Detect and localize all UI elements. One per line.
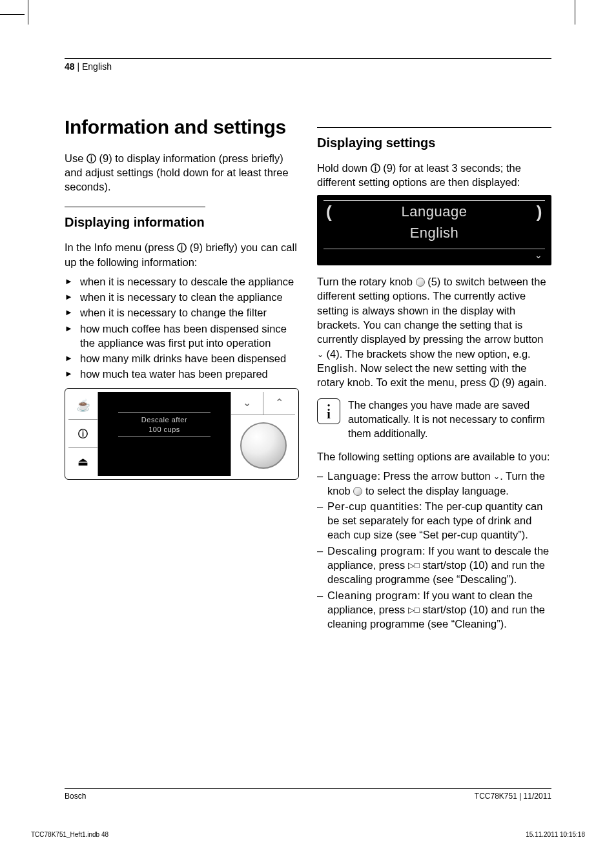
section-heading: Displaying information (65, 214, 299, 231)
chevron-up-icon: ⌃ (263, 392, 295, 415)
info-box-icon: i (317, 398, 340, 424)
option-name: Language (327, 470, 377, 482)
section-lead: Hold down ⓘ (9) for at least 3 seconds; … (317, 161, 551, 190)
options-lead: The following setting options are availa… (317, 449, 551, 464)
triangle-bullet-icon: ► (65, 290, 80, 303)
dash-bullet: – (317, 469, 327, 483)
page-number: 48 (65, 61, 75, 72)
knob-icon (416, 278, 425, 287)
info-icon: ⓘ (489, 377, 499, 388)
section-heading: Displaying settings (317, 134, 551, 152)
bracket-left-icon: ( (326, 201, 332, 223)
page-lang: English (82, 61, 112, 72)
triangle-bullet-icon: ► (65, 274, 80, 287)
list-item: Cleaning program: If you want to clean t… (327, 588, 551, 631)
info-list: ►when it is necessary to descale the app… (65, 274, 299, 382)
print-footer: TCC78K751_Heft1.indb 48 15.11.2011 10:15… (31, 831, 585, 838)
chevron-down-icon: ⌄ (535, 249, 543, 261)
chevron-down-icon: ⌄ (317, 349, 323, 360)
page-header: 48 | English (65, 61, 551, 76)
dash-bullet: – (317, 588, 327, 602)
start-stop-icon: ▷□ (408, 560, 420, 570)
section-rule (65, 207, 205, 207)
list-item: when it is necessary to clean the applia… (80, 290, 299, 304)
eject-icon: ⏏ (68, 448, 98, 476)
list-item: when it is necessary to change the filte… (80, 305, 299, 320)
list-item: when it is necessary to descale the appl… (80, 274, 299, 289)
triangle-bullet-icon: ► (65, 322, 80, 334)
lcd-title: Language (402, 202, 467, 221)
page-footer: Bosch TCC78K751 | 11/2011 (65, 788, 551, 801)
triangle-bullet-icon: ► (65, 305, 80, 318)
options-list: –Language: Press the arrow button ⌄. Tur… (317, 469, 551, 631)
info-icon: ⓘ (371, 163, 380, 174)
page-content: 48 | English Information and settings Us… (65, 58, 551, 786)
list-item: how much coffee has been dispensed since… (80, 322, 299, 351)
option-name: Descaling program (327, 545, 422, 557)
option-name: Cleaning program (327, 590, 417, 601)
intro-text: Use ⓘ (9) to display information (press … (65, 151, 299, 194)
footer-right: TCC78K751 | 11/2011 (475, 792, 551, 801)
footer-left: Bosch (65, 792, 86, 801)
crop-mark (0, 14, 25, 15)
left-column: Information and settings Use ⓘ (9) to di… (65, 114, 299, 632)
section-lead: In the Info menu (press ⓘ (9) briefly) y… (65, 240, 299, 269)
info-icon: ⓘ (177, 242, 187, 253)
list-item: Per-cup quantities: The per-cup quantity… (327, 499, 551, 542)
list-item: how much tea water has been prepared (80, 367, 299, 381)
chevron-down-icon: ⌄ (231, 392, 263, 415)
lcd-display: ( Language ) English ⌄ (317, 195, 551, 266)
info-icon: ⓘ (87, 153, 96, 164)
dash-bullet: – (317, 499, 327, 513)
rotary-knob (231, 415, 295, 476)
body-paragraph: Turn the rotary knob (5) to switch betwe… (317, 274, 551, 389)
display-line2: 100 cups (118, 425, 211, 434)
control-panel-illustration: ☕ ⓘ ⏏ Descale after 100 cups ⌄ ⌃ (65, 388, 299, 480)
right-column: Displaying settings Hold down ⓘ (9) for … (317, 114, 551, 632)
header-rule (65, 58, 551, 59)
list-item: how many milk drinks have been dispensed (80, 351, 299, 365)
panel-display: Descale after 100 cups (98, 392, 231, 476)
print-file: TCC78K751_Heft1.indb 48 (31, 831, 108, 838)
display-line1: Descale after (118, 415, 211, 424)
option-name: English (317, 362, 354, 374)
crop-mark (28, 0, 28, 25)
section-rule (317, 127, 551, 128)
dial-icon (240, 422, 287, 469)
triangle-bullet-icon: ► (65, 351, 80, 364)
bracket-right-icon: ) (537, 201, 542, 223)
option-name: Per-cup quantities (327, 500, 419, 512)
main-heading: Information and settings (65, 114, 299, 141)
print-timestamp: 15.11.2011 10:15:18 (526, 831, 585, 838)
lcd-value: English (323, 223, 545, 249)
dash-bullet: – (317, 544, 327, 558)
list-item: Descaling program: If you want to descal… (327, 544, 551, 587)
list-item: Language: Press the arrow button ⌄. Turn… (327, 469, 551, 498)
info-note-box: i The changes you have made are saved au… (317, 398, 551, 440)
triangle-bullet-icon: ► (65, 367, 80, 380)
info-icon: ⓘ (68, 420, 98, 448)
info-note-text: The changes you have made are saved auto… (348, 398, 551, 440)
chevron-down-icon: ⌄ (493, 471, 500, 482)
crop-mark (575, 0, 575, 25)
panel-left-buttons: ☕ ⓘ ⏏ (68, 392, 98, 476)
start-stop-icon: ▷□ (408, 605, 420, 615)
knob-icon (353, 487, 362, 496)
cup-icon: ☕ (68, 392, 98, 420)
